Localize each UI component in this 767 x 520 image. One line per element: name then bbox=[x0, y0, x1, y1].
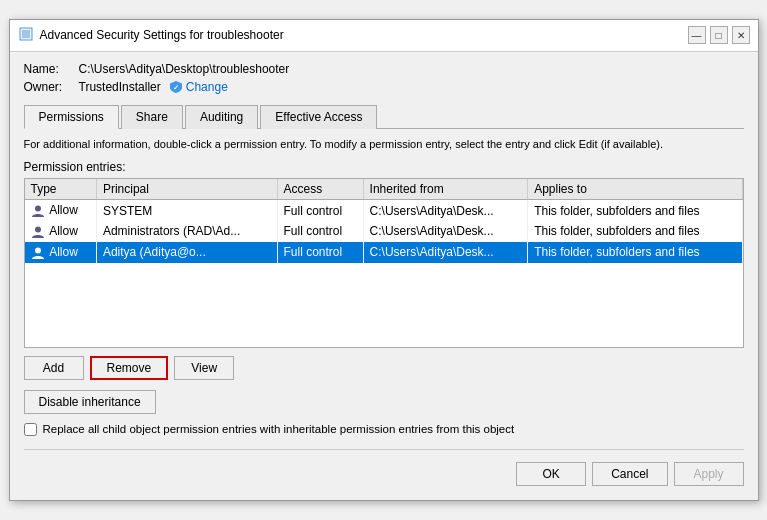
col-type: Type bbox=[25, 179, 97, 200]
tab-permissions[interactable]: Permissions bbox=[24, 105, 119, 129]
svg-point-5 bbox=[35, 247, 41, 253]
checkbox-label: Replace all child object permission entr… bbox=[43, 422, 515, 437]
change-link[interactable]: ✓ Change bbox=[169, 80, 228, 94]
row3-inherited: C:\Users\Aditya\Desk... bbox=[363, 242, 528, 263]
change-label: Change bbox=[186, 80, 228, 94]
row1-inherited: C:\Users\Aditya\Desk... bbox=[363, 200, 528, 221]
user-icon bbox=[31, 245, 50, 259]
row1-principal: SYSTEM bbox=[96, 200, 277, 221]
row1-applies: This folder, subfolders and files bbox=[528, 200, 742, 221]
row3-principal: Aditya (Aditya@o... bbox=[96, 242, 277, 263]
content-area: Name: C:\Users\Aditya\Desktop\troublesho… bbox=[10, 52, 758, 500]
user-icon bbox=[31, 224, 50, 238]
footer-divider bbox=[24, 449, 744, 450]
footer-buttons: OK Cancel Apply bbox=[24, 456, 744, 490]
ok-button[interactable]: OK bbox=[516, 462, 586, 486]
owner-row: Owner: TrustedInstaller ✓ Change bbox=[24, 80, 744, 94]
row2-inherited: C:\Users\Aditya\Desk... bbox=[363, 221, 528, 242]
table-row[interactable]: Allow Administrators (RAD\Ad... Full con… bbox=[25, 221, 743, 242]
row1-access: Full control bbox=[277, 200, 363, 221]
table-row[interactable]: Allow SYSTEM Full control C:\Users\Adity… bbox=[25, 200, 743, 221]
user-icon bbox=[31, 203, 50, 217]
row2-applies: This folder, subfolders and files bbox=[528, 221, 742, 242]
col-access: Access bbox=[277, 179, 363, 200]
apply-button[interactable]: Apply bbox=[674, 462, 744, 486]
permission-entries-label: Permission entries: bbox=[24, 160, 744, 174]
action-buttons-row: Add Remove View bbox=[24, 356, 744, 380]
col-applies-to: Applies to bbox=[528, 179, 742, 200]
tabs-bar: Permissions Share Auditing Effective Acc… bbox=[24, 104, 744, 129]
tab-effective-access[interactable]: Effective Access bbox=[260, 105, 377, 129]
title-bar-left: Advanced Security Settings for troublesh… bbox=[18, 26, 284, 45]
description-text: For additional information, double-click… bbox=[24, 137, 744, 152]
svg-point-3 bbox=[35, 206, 41, 212]
row2-type: Allow bbox=[25, 221, 97, 242]
shield-icon: ✓ bbox=[169, 80, 183, 94]
name-row: Name: C:\Users\Aditya\Desktop\troublesho… bbox=[24, 62, 744, 76]
permission-table: Type Principal Access Inherited from App… bbox=[25, 179, 743, 262]
title-bar: Advanced Security Settings for troublesh… bbox=[10, 20, 758, 52]
row3-type: Allow bbox=[25, 242, 97, 263]
permission-table-container: Type Principal Access Inherited from App… bbox=[24, 178, 744, 348]
add-button[interactable]: Add bbox=[24, 356, 84, 380]
name-label: Name: bbox=[24, 62, 79, 76]
row2-principal: Administrators (RAD\Ad... bbox=[96, 221, 277, 242]
col-principal: Principal bbox=[96, 179, 277, 200]
remove-button[interactable]: Remove bbox=[90, 356, 169, 380]
col-inherited-from: Inherited from bbox=[363, 179, 528, 200]
replace-permissions-checkbox[interactable] bbox=[24, 423, 37, 436]
row2-access: Full control bbox=[277, 221, 363, 242]
owner-value: TrustedInstaller bbox=[79, 80, 161, 94]
view-button[interactable]: View bbox=[174, 356, 234, 380]
disable-inheritance-button[interactable]: Disable inheritance bbox=[24, 390, 156, 414]
svg-text:✓: ✓ bbox=[173, 84, 179, 91]
owner-label: Owner: bbox=[24, 80, 79, 94]
svg-rect-1 bbox=[22, 30, 30, 38]
row3-access: Full control bbox=[277, 242, 363, 263]
window-icon bbox=[18, 26, 34, 45]
main-window: Advanced Security Settings for troublesh… bbox=[9, 19, 759, 501]
minimize-button[interactable]: — bbox=[688, 26, 706, 44]
checkbox-row: Replace all child object permission entr… bbox=[24, 422, 744, 437]
window-title: Advanced Security Settings for troublesh… bbox=[40, 28, 284, 42]
maximize-button[interactable]: □ bbox=[710, 26, 728, 44]
cancel-button[interactable]: Cancel bbox=[592, 462, 667, 486]
tab-share[interactable]: Share bbox=[121, 105, 183, 129]
svg-point-4 bbox=[35, 226, 41, 232]
tab-auditing[interactable]: Auditing bbox=[185, 105, 258, 129]
row3-applies: This folder, subfolders and files bbox=[528, 242, 742, 263]
table-row[interactable]: Allow Aditya (Aditya@o... Full control C… bbox=[25, 242, 743, 263]
row1-type: Allow bbox=[25, 200, 97, 221]
name-value: C:\Users\Aditya\Desktop\troubleshooter bbox=[79, 62, 290, 76]
title-bar-controls: — □ ✕ bbox=[688, 26, 750, 44]
close-button[interactable]: ✕ bbox=[732, 26, 750, 44]
